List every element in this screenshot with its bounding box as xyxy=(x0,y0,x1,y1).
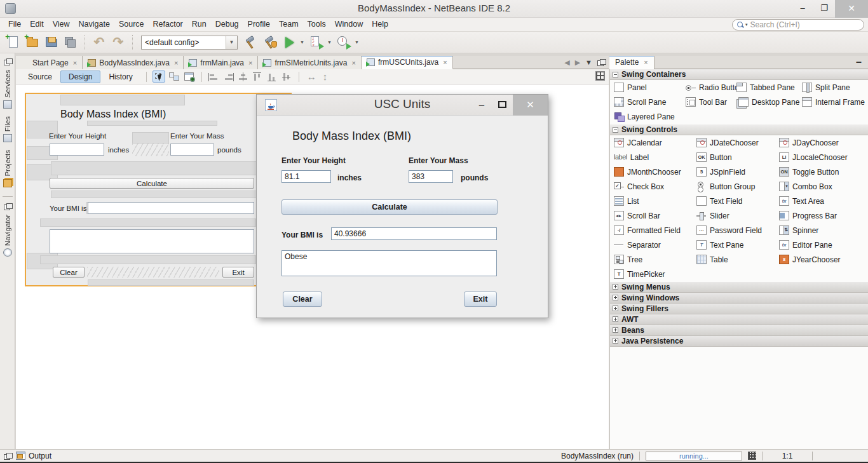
window-restore-button[interactable]: ❐ xyxy=(813,0,835,18)
new-file-button[interactable]: + xyxy=(5,34,22,51)
center-vertical-icon[interactable] xyxy=(281,72,292,82)
design-calculate-button[interactable]: Calculate xyxy=(50,178,254,189)
palette-item-jlocalechooser[interactable]: LIJLocaleChooser xyxy=(779,151,868,163)
palette-item-text-field[interactable]: Text Field xyxy=(696,195,779,207)
expand-icon[interactable] xyxy=(613,316,618,322)
view-button-design[interactable]: Design xyxy=(60,70,100,83)
tab-close-icon[interactable]: × xyxy=(351,59,355,67)
progress-bar[interactable]: running... xyxy=(646,452,742,460)
palette-section-swing-containers[interactable]: Swing Containers xyxy=(610,69,868,80)
redo-button[interactable]: ↷ xyxy=(110,34,126,51)
palette-item-scroll-bar[interactable]: Scroll Bar xyxy=(614,210,696,222)
palette-item-jyearchooser[interactable]: 8JYearChooser xyxy=(779,253,868,265)
palette-item-formatted-field[interactable]: -/Formatted Field xyxy=(614,224,696,236)
editor-tab-frmuscunits-java[interactable]: frmUSCUnits.java× xyxy=(362,56,453,69)
open-project-button[interactable] xyxy=(43,34,60,51)
new-project-button[interactable]: + xyxy=(24,34,41,51)
palette-item-spinner[interactable]: Spinner xyxy=(779,224,868,236)
design-category-textarea[interactable] xyxy=(50,229,254,253)
palette-section-swing-controls[interactable]: Swing Controls xyxy=(610,124,868,135)
palette-item-panel[interactable]: Panel xyxy=(614,81,686,93)
tab-close-icon[interactable]: × xyxy=(73,59,77,67)
run-dropdown-icon[interactable]: ▼ xyxy=(300,40,304,44)
palette-close-icon[interactable]: × xyxy=(644,58,648,66)
sidebar-item-projects[interactable]: Projects xyxy=(3,150,12,189)
dialog-exit-button[interactable]: Exit xyxy=(464,292,497,307)
dialog-clear-button[interactable]: Clear xyxy=(283,292,322,307)
sidebar-item-navigator[interactable]: Navigator xyxy=(3,215,12,258)
palette-item-jdaychooser[interactable]: JDayChooser xyxy=(779,137,868,149)
expand-icon[interactable] xyxy=(613,305,618,311)
profile-project-button[interactable] xyxy=(336,34,352,51)
palette-item-tree[interactable]: Tree xyxy=(614,253,696,265)
design-mass-unit-label[interactable]: pounds xyxy=(217,146,241,154)
debug-project-button[interactable]: 123 xyxy=(308,34,325,51)
palette-item-text-pane[interactable]: TText Pane xyxy=(696,239,779,251)
menu-tools[interactable]: Tools xyxy=(303,18,330,30)
collapse-icon[interactable] xyxy=(613,72,618,77)
run-project-button[interactable] xyxy=(281,34,297,51)
design-canvas[interactable]: Body Mass Index (BMI) Enter Your Height … xyxy=(16,84,609,449)
palette-item-split-pane[interactable]: Split Pane xyxy=(802,81,868,93)
menu-debug[interactable]: Debug xyxy=(211,18,243,30)
palette-item-jdatechooser[interactable]: JDateChooser xyxy=(696,137,779,149)
menu-run[interactable]: Run xyxy=(187,18,211,30)
dialog-minimize-button[interactable]: – xyxy=(473,95,491,116)
menu-edit[interactable]: Edit xyxy=(25,18,48,30)
tabs-list-dropdown-icon[interactable]: ▼ xyxy=(585,58,592,66)
menu-profile[interactable]: Profile xyxy=(243,18,275,30)
align-right-icon[interactable] xyxy=(223,72,234,82)
expand-icon[interactable] xyxy=(613,284,618,290)
dialog-titlebar[interactable]: USC Units – ✕ xyxy=(257,95,548,116)
search-input[interactable] xyxy=(750,20,860,29)
menu-source[interactable]: Source xyxy=(114,18,149,30)
design-bmi-label[interactable]: Your BMI is xyxy=(50,205,86,212)
expand-icon[interactable] xyxy=(613,327,618,333)
tabs-scroll-left-icon[interactable]: ◀ xyxy=(564,58,569,67)
dialog-maximize-button[interactable] xyxy=(493,95,511,116)
view-button-source[interactable]: Source xyxy=(20,70,60,83)
search-box[interactable]: ▾ xyxy=(732,19,864,30)
editor-tab-frmmain-java[interactable]: frmMain.java× xyxy=(184,56,258,69)
config-select-arrow[interactable]: ▼ xyxy=(226,36,237,49)
palette-item-editor-pane[interactable]: txEditor Pane xyxy=(779,239,868,251)
resize-horizontal-icon[interactable]: ↔ xyxy=(307,71,316,82)
palette-item-list[interactable]: List xyxy=(614,195,696,207)
design-mass-label[interactable]: Enter Your Mass xyxy=(170,132,224,140)
dialog-bmi-output[interactable] xyxy=(331,227,497,240)
align-top-icon[interactable] xyxy=(252,72,263,82)
collapse-icon[interactable] xyxy=(613,127,618,133)
profile-dropdown-icon[interactable]: ▼ xyxy=(355,40,359,44)
build-project-button[interactable] xyxy=(243,34,259,51)
palette-minimize-icon[interactable]: – xyxy=(856,57,868,68)
palette-item-tool-bar[interactable]: Tool Bar xyxy=(686,96,736,108)
design-clear-button[interactable]: Clear xyxy=(53,267,85,278)
palette-item-jspinfield[interactable]: 5JSpinField xyxy=(696,166,779,178)
palette-item-radio-button[interactable]: Radio Button xyxy=(686,81,736,93)
menu-refactor[interactable]: Refactor xyxy=(149,18,187,30)
design-bmi-field[interactable] xyxy=(88,202,254,214)
align-bottom-icon[interactable] xyxy=(267,72,278,82)
clean-build-project-button[interactable] xyxy=(262,34,278,51)
dialog-calculate-button[interactable]: Calculate xyxy=(281,199,498,215)
expand-icon[interactable] xyxy=(613,338,618,344)
palette-item-jmonthchooser[interactable]: JMonthChooser xyxy=(614,166,696,178)
design-form-title[interactable]: Body Mass Index (BMI) xyxy=(60,109,166,120)
palette-section-awt[interactable]: AWT xyxy=(610,314,868,325)
design-exit-button[interactable]: Exit xyxy=(222,267,254,278)
palette-item-password-field[interactable]: ···Password Field xyxy=(696,224,779,236)
palette-section-swing-fillers[interactable]: Swing Fillers xyxy=(610,304,868,314)
design-height-label[interactable]: Enter Your Height xyxy=(49,132,106,140)
palette-item-table[interactable]: Table xyxy=(696,253,779,265)
palette-item-check-box[interactable]: Check Box xyxy=(614,180,696,192)
palette-item-internal-frame[interactable]: Internal Frame xyxy=(802,96,868,108)
dialog-close-button[interactable]: ✕ xyxy=(513,95,548,116)
maximize-window-icon[interactable] xyxy=(597,59,605,65)
sidebar-item-services[interactable]: Services xyxy=(3,70,12,110)
palette-item-progress-bar[interactable]: Progress Bar xyxy=(779,210,868,222)
palette-item-separator[interactable]: Separator xyxy=(614,239,696,251)
menu-view[interactable]: View xyxy=(48,18,74,30)
palette-tab[interactable]: Palette × xyxy=(609,56,654,69)
menu-navigate[interactable]: Navigate xyxy=(74,18,114,30)
menu-window[interactable]: Window xyxy=(330,18,367,30)
